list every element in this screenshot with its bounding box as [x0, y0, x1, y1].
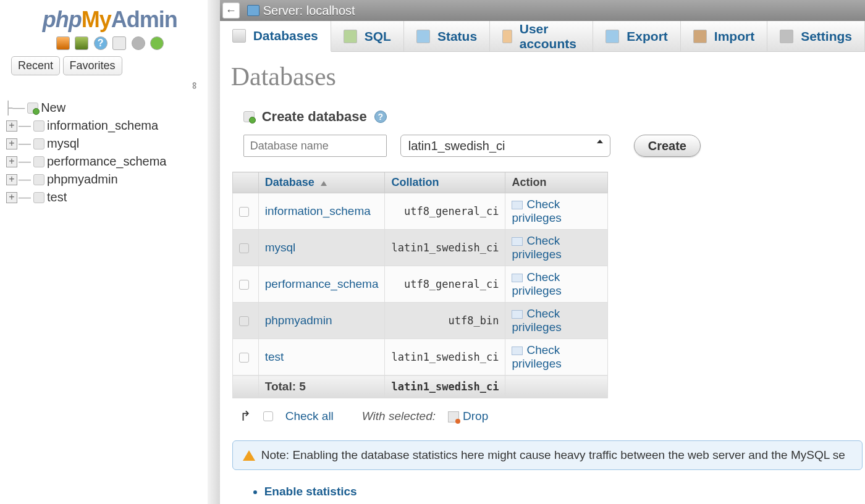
privileges-icon: [512, 274, 523, 282]
tree-db-performance-schema[interactable]: performance_schema: [47, 154, 166, 169]
gear-icon[interactable]: [132, 36, 145, 50]
server-breadcrumb[interactable]: Server: localhost: [263, 4, 355, 18]
database-tree: ├— New +— information_schema +— mysql +—…: [0, 94, 220, 206]
logo-part-php: php: [43, 7, 82, 32]
col-collation[interactable]: Collation: [385, 172, 505, 193]
database-icon: [33, 174, 44, 185]
db-collation: latin1_swedish_ci: [385, 339, 505, 376]
collapse-icon[interactable]: ∞: [189, 82, 200, 87]
page-title: Databases: [230, 62, 865, 91]
tree-branch-line: ├—: [4, 101, 25, 115]
row-checkbox[interactable]: [239, 280, 249, 290]
row-checkbox[interactable]: [239, 316, 249, 326]
back-button[interactable]: ←: [222, 2, 240, 19]
docs-icon[interactable]: ?: [94, 36, 108, 50]
total-label: Total: 5: [258, 376, 385, 398]
warning-icon: [243, 450, 255, 461]
table-row: test latin1_swedish_ci Check privileges: [232, 339, 607, 376]
db-link[interactable]: mysql: [258, 230, 385, 266]
expand-toggle[interactable]: +: [6, 174, 17, 185]
tree-db-phpmyadmin[interactable]: phpmyadmin: [47, 172, 118, 187]
privileges-icon: [512, 237, 523, 246]
db-link[interactable]: test: [258, 339, 385, 376]
databases-icon: [232, 29, 246, 43]
main-tabs: Databases SQL Status User accounts Expor…: [220, 21, 865, 52]
expand-toggle[interactable]: +: [6, 192, 17, 203]
statistics-notice: Note: Enabling the database statistics h…: [232, 440, 863, 470]
row-checkbox[interactable]: [239, 207, 249, 217]
export-icon: [606, 30, 619, 43]
db-collation: utf8_general_ci: [385, 193, 505, 230]
row-checkbox[interactable]: [239, 353, 249, 363]
expand-toggle[interactable]: +: [6, 120, 17, 132]
table-row: phpmyadmin utf8_bin Check privileges: [232, 303, 607, 339]
tab-import[interactable]: Import: [681, 21, 767, 51]
drop-icon: [448, 411, 459, 422]
reload-icon[interactable]: [150, 36, 164, 50]
table-row: information_schema utf8_general_ci Check…: [232, 193, 607, 230]
table-row: performance_schema utf8_general_ci Check…: [232, 266, 607, 303]
status-icon: [416, 30, 430, 43]
db-link[interactable]: phpmyadmin: [258, 303, 385, 339]
logout-icon[interactable]: [75, 36, 88, 50]
database-name-input[interactable]: [243, 135, 387, 157]
new-database-icon: [27, 103, 38, 114]
with-selected-label: With selected:: [362, 410, 436, 423]
help-icon[interactable]: ?: [374, 111, 387, 123]
sql-icon: [344, 30, 357, 43]
databases-table: Database Collation Action information_sc…: [232, 172, 608, 398]
db-collation: utf8_bin: [385, 303, 505, 339]
drop-link[interactable]: Drop: [463, 410, 488, 422]
tab-sql[interactable]: SQL: [331, 21, 404, 51]
new-database-link[interactable]: New: [41, 101, 65, 115]
sidebar-toolbar: ?: [0, 33, 220, 56]
table-total-row: Total: 5 latin1_swedish_ci: [232, 376, 607, 398]
arrow-up-icon: ↱: [240, 408, 251, 424]
import-icon: [693, 30, 707, 43]
tab-user-accounts[interactable]: User accounts: [490, 21, 593, 51]
db-link[interactable]: information_schema: [258, 193, 385, 230]
database-icon: [33, 120, 44, 132]
enable-statistics-link[interactable]: Enable statistics: [264, 482, 865, 501]
db-collation: utf8_general_ci: [385, 266, 505, 303]
logo-part-admin: Admin: [111, 7, 177, 32]
favorites-tab[interactable]: Favorites: [63, 56, 122, 75]
total-collation: latin1_swedish_ci: [385, 376, 505, 398]
tab-databases[interactable]: Databases: [220, 21, 331, 52]
main-panel: ← Server: localhost Databases SQL Status…: [220, 0, 865, 504]
breadcrumb-bar: ← Server: localhost: [220, 0, 865, 21]
tab-status[interactable]: Status: [404, 21, 490, 51]
nav-panel-settings-icon[interactable]: [112, 36, 126, 50]
privileges-icon: [512, 201, 523, 209]
tree-db-information-schema[interactable]: information_schema: [47, 119, 158, 133]
expand-toggle[interactable]: +: [6, 156, 17, 167]
collation-select[interactable]: latin1_swedish_ci: [400, 135, 610, 157]
tab-settings[interactable]: Settings: [767, 21, 865, 51]
row-checkbox[interactable]: [239, 243, 249, 253]
server-icon: [247, 5, 260, 16]
recent-favorites-tabs: Recent Favorites: [0, 56, 220, 75]
db-collation: latin1_swedish_ci: [385, 230, 505, 266]
tab-export[interactable]: Export: [593, 21, 681, 51]
check-all-link[interactable]: Check all: [285, 410, 334, 423]
notice-text: Note: Enabling the database statistics h…: [261, 448, 845, 462]
bulk-actions: ↱ Check all With selected: Drop: [230, 398, 865, 434]
sidebar: phpMyAdmin ? Recent Favorites ∞ ├— New +…: [0, 0, 220, 504]
col-action: Action: [505, 172, 607, 193]
database-icon: [33, 156, 44, 167]
database-icon: [33, 192, 44, 203]
expand-toggle[interactable]: +: [6, 138, 17, 149]
settings-wrench-icon: [780, 30, 793, 43]
db-link[interactable]: performance_schema: [258, 266, 385, 303]
check-all-checkbox[interactable]: [263, 411, 273, 421]
tree-db-mysql[interactable]: mysql: [47, 136, 79, 151]
create-button[interactable]: Create: [634, 135, 701, 157]
logo[interactable]: phpMyAdmin: [0, 3, 220, 33]
privileges-icon: [512, 346, 523, 355]
logo-part-my: My: [82, 7, 111, 32]
home-icon[interactable]: [56, 36, 70, 50]
recent-tab[interactable]: Recent: [11, 56, 60, 75]
tree-db-test[interactable]: test: [47, 190, 67, 204]
panel-resize-handle[interactable]: [208, 0, 220, 504]
col-database[interactable]: Database: [258, 172, 385, 193]
